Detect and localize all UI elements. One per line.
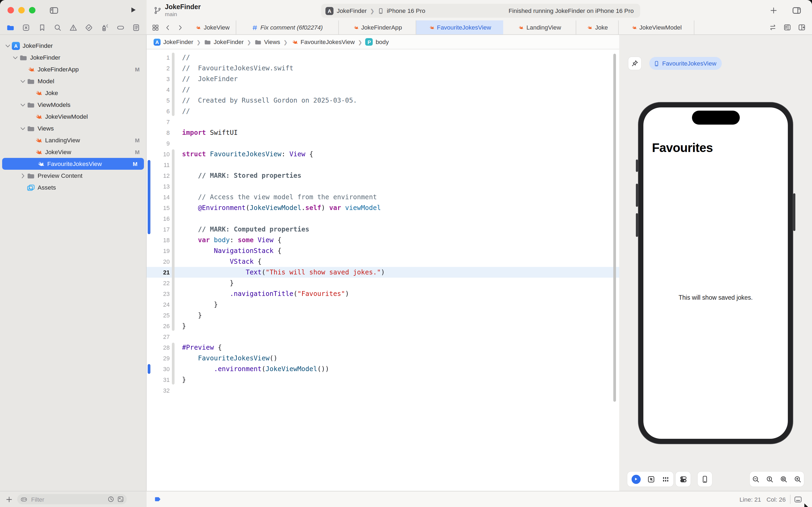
bookmark-navigator-icon[interactable] — [38, 23, 46, 32]
code-line-18[interactable]: 18 var body: some View { — [147, 235, 619, 245]
code-line-25[interactable]: 25 } — [147, 310, 619, 321]
code-line-24[interactable]: 24 } — [147, 299, 619, 310]
sidebar-item-model[interactable]: Model — [0, 75, 146, 87]
code-line-27[interactable]: 27 — [147, 331, 619, 342]
preview-device-button[interactable] — [698, 471, 712, 487]
code-line-14[interactable]: 14 // Access the view model from the env… — [147, 192, 619, 203]
code-line-1[interactable]: 1// — [147, 52, 619, 63]
issue-navigator-icon[interactable] — [69, 23, 77, 32]
disclosure-closed-icon[interactable] — [19, 172, 26, 179]
breadcrumb-item-jokefinder[interactable]: JokeFinder — [204, 39, 244, 45]
find-navigator-icon[interactable] — [54, 23, 62, 32]
code-editor[interactable]: 1//2// FavouriteJokesView.swift3// JokeF… — [147, 49, 619, 491]
breadcrumb-item-favouritejokesview[interactable]: FavouriteJokesView — [291, 39, 355, 45]
code-line-7[interactable]: 7 — [147, 117, 619, 127]
tab-favouritejokesview[interactable]: FavouriteJokesView — [416, 20, 503, 35]
code-line-12[interactable]: 12 // MARK: Stored properties — [147, 170, 619, 181]
tab-jokefinderapp[interactable]: JokeFinderApp — [339, 20, 416, 35]
variants-mode-button[interactable] — [661, 475, 670, 483]
pin-preview-button[interactable] — [628, 57, 641, 70]
breadcrumb-item-views[interactable]: Views — [254, 39, 280, 45]
sidebar-item-jokeviewmodel[interactable]: JokeViewModel — [0, 111, 146, 122]
code-line-2[interactable]: 2// FavouriteJokesView.swift — [147, 63, 619, 73]
code-line-16[interactable]: 16 — [147, 213, 619, 224]
code-line-32[interactable]: 32 — [147, 385, 619, 396]
sidebar-item-views[interactable]: Views — [0, 122, 146, 134]
code-line-28[interactable]: 28#Preview { — [147, 342, 619, 353]
keyboard-icon[interactable] — [794, 495, 802, 504]
code-line-31[interactable]: 31} — [147, 374, 619, 385]
sidebar-item-jokefinder[interactable]: AJokeFinder — [0, 40, 146, 52]
preview-target-chip[interactable]: FavouriteJokesView — [649, 57, 722, 70]
toggle-inspector-icon[interactable] — [792, 6, 801, 15]
filter-input[interactable] — [30, 496, 107, 503]
code-line-5[interactable]: 5// Created by Russell Gordon on 2025-03… — [147, 95, 619, 106]
editor-options-icon[interactable] — [784, 23, 791, 31]
tab-joke[interactable]: Joke — [576, 20, 619, 35]
recent-files-icon[interactable] — [107, 496, 114, 503]
sidebar-item-jokefinder[interactable]: JokeFinder — [0, 52, 146, 63]
code-line-9[interactable]: 9 — [147, 138, 619, 149]
disclosure-open-icon[interactable] — [4, 42, 11, 49]
breadcrumb-item-jokefinder[interactable]: AJokeFinder — [154, 39, 193, 45]
tab-overview-icon[interactable] — [152, 24, 159, 31]
sidebar-item-assets[interactable]: Assets — [0, 181, 146, 193]
disclosure-open-icon[interactable] — [19, 77, 26, 84]
code-line-17[interactable]: 17 // MARK: Computed properties — [147, 224, 619, 235]
code-line-20[interactable]: 20 VStack { — [147, 256, 619, 267]
sidebar-item-landingview[interactable]: LandingViewM — [0, 134, 146, 146]
sidebar-item-jokefinderapp[interactable]: JokeFinderAppM — [0, 63, 146, 75]
code-line-29[interactable]: 29 FavouriteJokesView() — [147, 353, 619, 363]
new-tab-icon[interactable] — [769, 6, 777, 14]
iphone-screen[interactable]: Favourites This will show saved jokes. — [643, 107, 788, 439]
breakpoints-toggle-icon[interactable] — [153, 496, 162, 503]
run-button[interactable] — [129, 6, 137, 14]
editor-scrollbar[interactable] — [613, 54, 616, 402]
debug-navigator-icon[interactable] — [101, 23, 109, 32]
sidebar-item-favouritejokesview[interactable]: FavouriteJokesViewM — [2, 158, 144, 170]
code-line-19[interactable]: 19 NavigationStack { — [147, 245, 619, 256]
tab-jokeview[interactable]: JokeView — [189, 20, 236, 35]
disclosure-open-icon[interactable] — [12, 54, 19, 61]
source-control-navigator-icon[interactable] — [22, 23, 31, 32]
sidebar-item-jokeview[interactable]: JokeViewM — [0, 146, 146, 158]
code-review-icon[interactable] — [769, 23, 776, 31]
project-navigator-icon[interactable] — [6, 23, 14, 32]
code-line-15[interactable]: 15 @Environment(JokeViewModel.self) var … — [147, 203, 619, 213]
code-line-23[interactable]: 23 .navigationTitle("Favourites") — [147, 288, 619, 299]
activity-viewer[interactable]: A JokeFinder ❯ iPhone 16 Pro Finished ru… — [321, 4, 640, 18]
disclosure-open-icon[interactable] — [19, 125, 26, 132]
zoom-fit-button[interactable] — [780, 475, 788, 483]
test-navigator-icon[interactable] — [85, 23, 93, 32]
code-line-30[interactable]: 30 .environment(JokeViewModel()) — [147, 363, 619, 374]
go-back-icon[interactable] — [164, 24, 171, 31]
device-settings-button[interactable] — [676, 471, 691, 487]
go-forward-icon[interactable] — [177, 24, 184, 31]
code-line-6[interactable]: 6// — [147, 106, 619, 117]
code-line-21[interactable]: 21 Text("This will show saved jokes.") — [147, 267, 619, 278]
disclosure-open-icon[interactable] — [19, 101, 26, 108]
code-line-3[interactable]: 3// JokeFinder — [147, 73, 619, 84]
close-window-button[interactable] — [7, 7, 14, 13]
add-editor-icon[interactable] — [798, 23, 806, 31]
zoom-out-button[interactable] — [752, 475, 760, 483]
zoom-100-button[interactable] — [766, 475, 774, 483]
code-line-13[interactable]: 13 — [147, 181, 619, 192]
filter-field[interactable] — [17, 494, 127, 504]
selectable-mode-button[interactable] — [647, 475, 655, 483]
minimize-window-button[interactable] — [18, 7, 25, 13]
sidebar-item-joke[interactable]: Joke — [0, 87, 146, 99]
code-line-8[interactable]: 8import SwiftUI — [147, 127, 619, 138]
tab-jokeviewmodel[interactable]: JokeViewModel — [619, 20, 694, 35]
live-preview-button[interactable] — [631, 474, 640, 484]
code-line-11[interactable]: 11 — [147, 160, 619, 170]
zoom-window-button[interactable] — [29, 7, 36, 13]
breadcrumb-item-body[interactable]: Pbody — [365, 38, 389, 46]
breakpoint-navigator-icon[interactable] — [117, 23, 125, 32]
sidebar-item-preview-content[interactable]: Preview Content — [0, 170, 146, 181]
tab-fix-comment-6f02274-[interactable]: Fix comment (6f02274) — [236, 20, 339, 35]
report-navigator-icon[interactable] — [132, 23, 140, 32]
scm-filter-icon[interactable] — [117, 496, 124, 503]
sidebar-item-viewmodels[interactable]: ViewModels — [0, 99, 146, 111]
code-line-4[interactable]: 4// — [147, 84, 619, 95]
